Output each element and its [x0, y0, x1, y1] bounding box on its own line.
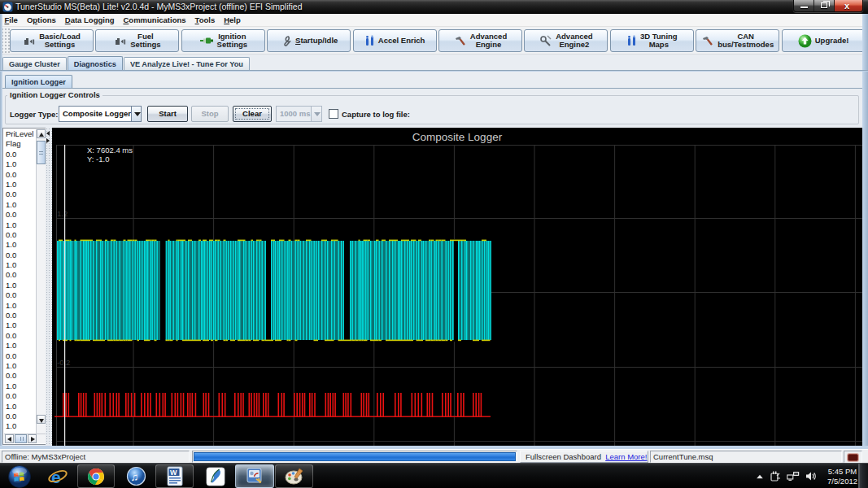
basic-load-settings-button[interactable]: Basic/LoadSettings [10, 29, 94, 52]
can-bus-testmodes-button[interactable]: CANbus/Testmodes [696, 29, 779, 52]
divider-collapse-icons[interactable] [46, 131, 50, 143]
interval-combobox[interactable]: 1000 ms [276, 106, 322, 122]
connection-status: Offline: MyMS3xProject [2, 451, 190, 463]
signal-list-row: 1.0 [4, 200, 36, 210]
tab-gauge-cluster[interactable]: Gauge Cluster [2, 57, 67, 71]
hidden-icons-arrow[interactable] [756, 473, 764, 480]
wrench2-icon [539, 35, 552, 47]
signal-list-row: Flag [4, 139, 36, 149]
signal-list-row: 1.0 [4, 381, 36, 391]
main-tab-bar: Gauge ClusterDiagnosticsVE Analyze Live!… [2, 56, 251, 71]
scroll-right-icon[interactable] [28, 434, 37, 443]
signal-list-row: PriLevel [4, 129, 36, 139]
sparkplug-icon [199, 37, 214, 45]
menu-data-logging[interactable]: Data Logging [60, 15, 119, 24]
menu-tools[interactable]: Tools [190, 15, 220, 24]
fuel-settings-button[interactable]: FuelSettings [95, 29, 179, 52]
clock-date: 7/5/2012 [827, 477, 857, 486]
taskbar-item-itunes[interactable]: ♫ [124, 464, 148, 488]
signal-list-row: 0.0 [4, 190, 36, 199]
svg-text:1.2: 1.2 [57, 209, 68, 218]
indicator-cell [844, 451, 862, 463]
advanced-engine-label: AdvancedEngine [470, 33, 507, 50]
composite-logger-chart[interactable]: 1.2-0.2 Composite Logger X: 7602.4 ms Y:… [52, 128, 862, 446]
signal-list-row: 0.0 [4, 251, 36, 260]
horizontal-scrollbar[interactable] [4, 434, 46, 443]
close-button[interactable]: x [835, 0, 862, 11]
capture-checkbox[interactable] [329, 109, 338, 119]
logger-type-combobox[interactable]: Composite Logger [59, 106, 142, 122]
svg-text:-0.2: -0.2 [57, 358, 70, 367]
network-icon[interactable] [787, 471, 800, 481]
signal-list-row: 1.0 [4, 260, 36, 270]
upgrade-icon [798, 34, 812, 48]
svg-text:♫: ♫ [130, 471, 138, 483]
progress-fill [194, 452, 516, 461]
maximize-button[interactable] [814, 0, 835, 11]
interval-value: 1000 ms [277, 107, 311, 121]
horizontal-scroll-thumb[interactable] [15, 434, 27, 443]
word-icon: W [165, 466, 185, 487]
vertical-scroll-thumb[interactable] [37, 141, 46, 164]
toolbar: Basic/LoadSettingsFuelSettingsIgnitionSe… [0, 27, 868, 54]
advanced-engine2-label: AdvancedEngine2 [556, 33, 592, 50]
clear-button[interactable]: Clear [233, 106, 272, 122]
signal-list-row: 0.0 [4, 270, 36, 280]
menu-options[interactable]: Options [22, 15, 60, 24]
taskbar-item-paint[interactable] [275, 464, 313, 488]
cursor-readout: X: 7602.4 ms Y: -1.0 [87, 146, 133, 163]
ignition-settings-button[interactable]: IgnitionSettings [181, 29, 265, 52]
tab-pane-border [0, 70, 868, 72]
signal-list-row: 0.0 [4, 230, 36, 240]
advanced-engine-button[interactable]: AdvancedEngine [438, 29, 522, 52]
taskbar-item-chrome[interactable] [77, 464, 115, 488]
signal-list-row: 1.0 [4, 220, 36, 230]
taskbar-item-feather[interactable] [203, 464, 228, 488]
application-window: TunerStudio MS(Beta) Lite! v2.0.4d - MyM… [0, 0, 868, 488]
clock-time: 5:45 PM [827, 467, 857, 477]
taskbar-item-word[interactable]: W [155, 464, 194, 488]
subtab-ignition-logger[interactable]: Ignition Logger [5, 75, 72, 88]
taskbar-item-tunerstudio[interactable] [235, 464, 274, 488]
signal-list-row: 0.0 [4, 331, 36, 341]
blue-tools-icon [364, 35, 375, 47]
minimize-button[interactable] [794, 0, 814, 11]
hammer-icon [454, 35, 467, 47]
interval-dropdown-icon [311, 107, 321, 121]
start-button[interactable]: Start [147, 106, 188, 122]
taskbar-clock[interactable]: 5:45 PM7/5/2012 [822, 467, 857, 486]
tab-diagnostics[interactable]: Diagnostics [68, 56, 123, 71]
scroll-up-icon[interactable] [37, 129, 46, 138]
power-plug-icon[interactable] [770, 471, 781, 482]
start-button[interactable] [6, 464, 33, 488]
3d-tuning-maps-button[interactable]: 3D TuningMaps [610, 29, 694, 52]
startup-idle-button[interactable]: Startup/Idle [267, 29, 351, 52]
menu-help[interactable]: Help [220, 15, 246, 24]
ignition-settings-label: IgnitionSettings [217, 33, 247, 50]
scroll-left-icon[interactable] [5, 434, 14, 443]
scroll-down-icon[interactable] [37, 415, 46, 424]
title-bar[interactable]: TunerStudio MS(Beta) Lite! v2.0.4d - MyM… [0, 0, 868, 14]
combo-dropdown-icon[interactable] [131, 107, 141, 121]
fuel-settings-label: FuelSettings [130, 33, 160, 50]
volume-icon[interactable] [805, 471, 817, 481]
upgrade-button[interactable]: Upgrade! [782, 29, 866, 52]
menu-communications[interactable]: Communications [119, 15, 190, 24]
learn-more-link[interactable]: Learn More! [605, 452, 647, 461]
taskbar-item-internet-explorer[interactable]: e [46, 464, 70, 488]
vertical-scrollbar[interactable] [36, 129, 46, 434]
show-desktop-button[interactable] [858, 464, 868, 488]
signal-list-row: 1.0 [4, 341, 36, 351]
advanced-engine2-button[interactable]: AdvancedEngine2 [524, 29, 608, 52]
svg-text:W: W [170, 468, 177, 477]
feather-icon [206, 467, 225, 486]
tab-ve-analyze-live-tune-for-you[interactable]: VE Analyze Live! - Tune For You [124, 57, 250, 71]
signal-list-row: 1.0 [4, 402, 36, 412]
split-divider[interactable] [46, 128, 52, 446]
stop-button[interactable]: Stop [191, 106, 229, 122]
menu-file[interactable]: File [0, 15, 22, 24]
accel-enrich-button[interactable]: Accel Enrich [353, 29, 437, 52]
app-icon [2, 2, 13, 12]
3d-tuning-maps-label: 3D TuningMaps [640, 33, 678, 50]
caption-buttons: x [793, 0, 863, 12]
